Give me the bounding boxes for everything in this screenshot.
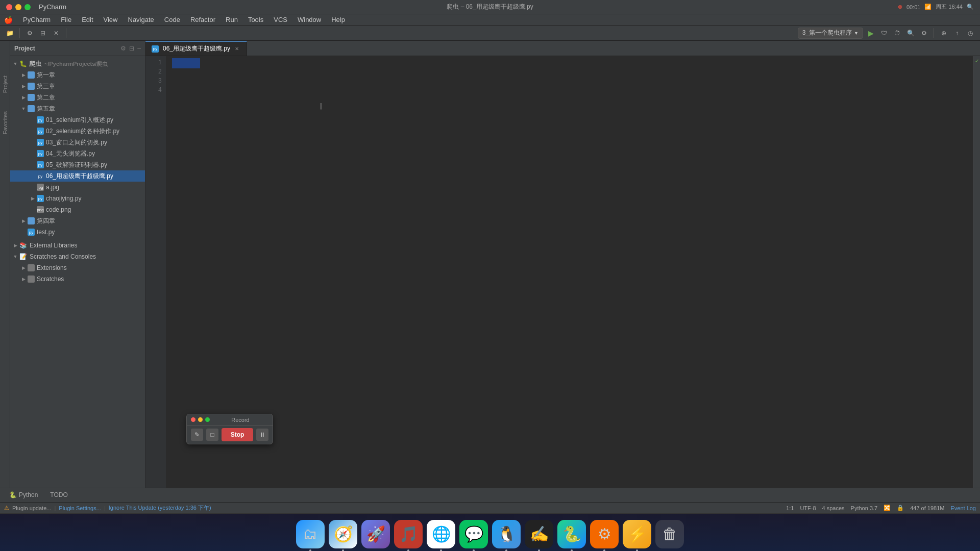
tree-item-scratches[interactable]: Scratches — [10, 273, 145, 285]
coverage-button[interactable]: 🛡 — [878, 28, 890, 39]
menu-refactor[interactable]: Refactor — [186, 15, 219, 24]
project-tree: 🐛 爬虫 ~/PycharmProjects/爬虫 第一章 第三章 第二章 — [10, 56, 145, 488]
favorites-side-label[interactable]: Favorites — [1, 107, 9, 138]
menu-view[interactable]: View — [100, 15, 122, 24]
menu-help[interactable]: Help — [327, 15, 349, 24]
tree-item-05captcha[interactable]: py 05_破解验证码利器.py — [10, 159, 145, 170]
menu-run[interactable]: Run — [222, 15, 242, 24]
tree-item-chapter2[interactable]: 第二章 — [10, 92, 145, 103]
tree-item-codepng[interactable]: png code.png — [10, 204, 145, 215]
tree-item-test[interactable]: py test.py — [10, 227, 145, 238]
bottom-tab-python[interactable]: 🐍 Python — [4, 489, 43, 502]
chapter5-folder-icon — [28, 105, 35, 112]
py-icon-01: py — [37, 116, 44, 123]
history-button[interactable]: ◷ — [965, 28, 976, 39]
statusbar: ⚠ Plugin update... | Plugin Settings... … — [0, 502, 980, 513]
menu-file[interactable]: File — [57, 15, 76, 24]
record-minimize-btn[interactable] — [198, 417, 203, 422]
py-icon-04: py — [37, 150, 44, 157]
project-settings-icon[interactable]: ⚙ — [120, 45, 126, 52]
wifi-icon: 📶 — [924, 4, 932, 10]
bottom-tab-todo[interactable]: TODO — [45, 489, 72, 502]
project-layout-icon[interactable]: ⊟ — [129, 45, 134, 52]
record-pencil-btn[interactable]: ✎ — [191, 429, 203, 441]
tab-06eagle[interactable]: py 06_用超级鹰干超级鹰.py ✕ — [145, 41, 247, 56]
tree-item-chapter4[interactable]: 第四章 — [10, 215, 145, 227]
toolbar-close-icon[interactable]: ✕ — [51, 28, 62, 39]
vcs-button[interactable]: ↑ — [951, 28, 963, 39]
dock-pycharm[interactable]: 🐍 — [557, 520, 586, 548]
tree-item-chapter1[interactable]: 第一章 — [10, 69, 145, 81]
tree-item-extensions[interactable]: Extensions — [10, 262, 145, 273]
maximize-button[interactable] — [24, 4, 31, 10]
run-button[interactable]: ▶ — [865, 28, 876, 39]
search-icon[interactable]: 🔍 — [967, 4, 974, 10]
toolbar-project-icon[interactable]: 📁 — [4, 28, 15, 39]
tab-close-button[interactable]: ✕ — [233, 45, 240, 53]
tree-item-06eagle[interactable]: py 06_用超级鹰干超级鹰.py — [10, 170, 145, 182]
minimize-button[interactable] — [15, 4, 21, 10]
close-button[interactable] — [6, 4, 12, 10]
dock-netease[interactable]: 🎵 — [394, 520, 423, 548]
project-collapse-icon[interactable]: – — [137, 45, 141, 52]
tree-root-item[interactable]: 🐛 爬虫 ~/PycharmProjects/爬虫 — [10, 58, 145, 69]
tree-item-02selenium[interactable]: py 02_selenium的各种操作.py — [10, 126, 145, 137]
chrome-icon: 🌐 — [432, 525, 451, 543]
dock-grafana[interactable]: ⚙ — [590, 520, 619, 548]
run-configuration-selector[interactable]: 3_第一个爬虫程序 ▼ — [798, 28, 863, 39]
thunder-dot — [636, 549, 638, 552]
event-log[interactable]: Event Log — [950, 505, 976, 511]
project-side-label[interactable]: Project — [1, 71, 9, 97]
debug-button[interactable]: 🔍 — [905, 28, 916, 39]
dock-thunder[interactable]: ⚡ — [623, 520, 651, 548]
zoom-button[interactable]: ⊕ — [938, 28, 949, 39]
apple-logo[interactable]: 🍎 — [4, 16, 13, 24]
vcs-icon[interactable]: 🔀 — [884, 505, 891, 511]
menu-vcs[interactable]: VCS — [270, 15, 291, 24]
tree-item-04headless[interactable]: py 04_无头浏览器.py — [10, 148, 145, 159]
record-square-btn[interactable]: □ — [206, 429, 218, 441]
netease-dot — [407, 549, 409, 552]
dock-typora[interactable]: ✍ — [525, 520, 553, 548]
tree-item-ext-libs[interactable]: 📚 External Libraries — [10, 240, 145, 251]
plugin-settings-link[interactable]: Plugin Settings... — [59, 505, 101, 511]
menu-edit[interactable]: Edit — [78, 15, 97, 24]
toolbar-right: 3_第一个爬虫程序 ▼ ▶ 🛡 ⏱ 🔍 ⚙ ⊕ ↑ ◷ — [798, 28, 976, 39]
record-close-btn[interactable] — [191, 417, 195, 422]
lock-icon[interactable]: 🔒 — [897, 505, 904, 511]
pencil-icon: ✎ — [194, 431, 200, 438]
file-02-label: 02_selenium的各种操作.py — [46, 127, 119, 136]
record-maximize-btn[interactable] — [205, 417, 210, 422]
tree-item-01selenium[interactable]: py 01_selenium引入概述.py — [10, 114, 145, 126]
tree-item-chaojiying[interactable]: py chaojiying.py — [10, 193, 145, 204]
record-stop-btn[interactable]: Stop — [222, 428, 253, 441]
chapter2-arrow — [20, 94, 27, 101]
dock-chrome[interactable]: 🌐 — [427, 520, 455, 548]
tree-item-scratches-consoles[interactable]: 📝 Scratches and Consoles — [10, 251, 145, 262]
tree-item-ajpg[interactable]: jpg a.jpg — [10, 182, 145, 193]
settings-right-btn[interactable]: ⚙ — [918, 28, 929, 39]
profile-button[interactable]: ⏱ — [892, 28, 903, 39]
menu-code[interactable]: Code — [160, 15, 184, 24]
dock-trash[interactable]: 🗑 — [655, 520, 684, 548]
tree-item-chapter5[interactable]: 第五章 — [10, 103, 145, 114]
cursor-position: 1:1 — [786, 505, 794, 511]
menu-window[interactable]: Window — [293, 15, 325, 24]
menu-navigate[interactable]: Navigate — [124, 15, 158, 24]
toolbar-layout-icon[interactable]: ⊟ — [37, 28, 48, 39]
tree-item-chapter3[interactable]: 第三章 — [10, 81, 145, 92]
menu-tools[interactable]: Tools — [244, 15, 267, 24]
dock-qq[interactable]: 🐧 — [492, 520, 521, 548]
toolbar-settings-icon[interactable]: ⚙ — [24, 28, 35, 39]
tree-item-03window[interactable]: py 03_窗口之间的切换.py — [10, 137, 145, 148]
menu-pycharm[interactable]: PyCharm — [19, 15, 55, 24]
dock-launchpad[interactable]: 🚀 — [361, 520, 390, 548]
ignore-link[interactable]: Ignore This Update (yesterday 1:36 下午) — [109, 504, 211, 512]
ext-libs-arrow — [12, 242, 18, 248]
app-name-label: PyCharm — [39, 3, 66, 11]
dock-safari[interactable]: 🧭 — [329, 520, 357, 548]
record-pause-btn[interactable]: ⏸ — [256, 429, 268, 441]
dock-finder[interactable]: 🗂 — [296, 520, 325, 548]
dock-wechat[interactable]: 💬 — [459, 520, 488, 548]
code-area[interactable] — [166, 56, 973, 488]
